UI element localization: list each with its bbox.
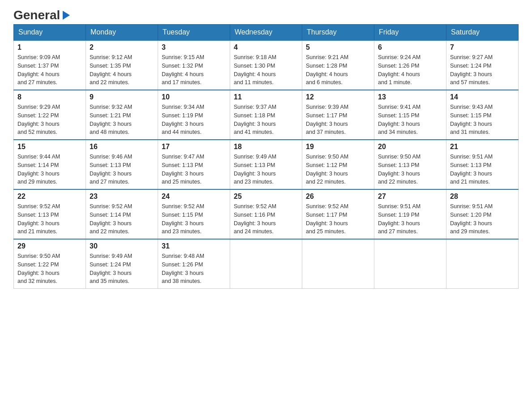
day-info: Sunrise: 9:49 AMSunset: 1:24 PMDaylight:… xyxy=(90,252,154,286)
calendar-day-19: 19Sunrise: 9:50 AMSunset: 1:12 PMDayligh… xyxy=(302,140,374,189)
calendar-day-30: 30Sunrise: 9:49 AMSunset: 1:24 PMDayligh… xyxy=(86,239,158,289)
calendar-day-24: 24Sunrise: 9:52 AMSunset: 1:15 PMDayligh… xyxy=(158,189,230,239)
day-info: Sunrise: 9:52 AMSunset: 1:15 PMDaylight:… xyxy=(162,202,226,236)
day-number: 5 xyxy=(306,43,370,51)
day-number: 31 xyxy=(162,242,226,250)
calendar-week-5: 29Sunrise: 9:50 AMSunset: 1:22 PMDayligh… xyxy=(14,239,519,289)
day-number: 19 xyxy=(306,143,370,151)
day-number: 20 xyxy=(378,143,442,151)
day-info: Sunrise: 9:51 AMSunset: 1:20 PMDaylight:… xyxy=(450,202,515,236)
calendar-week-4: 22Sunrise: 9:52 AMSunset: 1:13 PMDayligh… xyxy=(14,189,519,239)
day-info: Sunrise: 9:09 AMSunset: 1:37 PMDaylight:… xyxy=(17,53,82,87)
day-info: Sunrise: 9:47 AMSunset: 1:13 PMDaylight:… xyxy=(162,153,226,186)
calendar-week-2: 8Sunrise: 9:29 AMSunset: 1:22 PMDaylight… xyxy=(14,90,519,140)
day-info: Sunrise: 9:29 AMSunset: 1:22 PMDaylight:… xyxy=(17,103,82,137)
calendar-day-21: 21Sunrise: 9:51 AMSunset: 1:13 PMDayligh… xyxy=(446,140,519,189)
calendar-week-3: 15Sunrise: 9:44 AMSunset: 1:14 PMDayligh… xyxy=(14,140,519,189)
logo-text-general: General xyxy=(13,9,60,21)
day-number: 12 xyxy=(306,93,370,101)
day-number: 25 xyxy=(234,193,298,201)
day-number: 4 xyxy=(234,43,298,51)
calendar-day-3: 3Sunrise: 9:15 AMSunset: 1:32 PMDaylight… xyxy=(158,40,230,90)
day-number: 22 xyxy=(17,193,82,201)
day-info: Sunrise: 9:37 AMSunset: 1:18 PMDaylight:… xyxy=(234,103,298,137)
svg-marker-0 xyxy=(63,11,70,20)
calendar-day-2: 2Sunrise: 9:12 AMSunset: 1:35 PMDaylight… xyxy=(86,40,158,90)
empty-cell xyxy=(374,239,446,289)
calendar-day-15: 15Sunrise: 9:44 AMSunset: 1:14 PMDayligh… xyxy=(14,140,86,189)
day-number: 6 xyxy=(378,43,442,51)
day-info: Sunrise: 9:46 AMSunset: 1:13 PMDaylight:… xyxy=(90,153,154,186)
empty-cell xyxy=(230,239,302,289)
calendar-day-16: 16Sunrise: 9:46 AMSunset: 1:13 PMDayligh… xyxy=(86,140,158,189)
day-info: Sunrise: 9:24 AMSunset: 1:26 PMDaylight:… xyxy=(378,53,442,87)
day-number: 27 xyxy=(378,193,442,201)
calendar-day-31: 31Sunrise: 9:48 AMSunset: 1:26 PMDayligh… xyxy=(158,239,230,289)
day-info: Sunrise: 9:48 AMSunset: 1:26 PMDaylight:… xyxy=(162,252,226,286)
weekday-header-thursday: Thursday xyxy=(302,25,374,41)
page-container: General SundayMondayTuesdayWednesdayThur… xyxy=(13,9,519,289)
calendar-day-12: 12Sunrise: 9:39 AMSunset: 1:17 PMDayligh… xyxy=(302,90,374,140)
day-number: 30 xyxy=(90,242,154,250)
day-info: Sunrise: 9:34 AMSunset: 1:19 PMDaylight:… xyxy=(162,103,226,137)
day-number: 3 xyxy=(162,43,226,51)
calendar-table: SundayMondayTuesdayWednesdayThursdayFrid… xyxy=(13,24,519,289)
logo-arrow-icon xyxy=(60,9,73,21)
empty-cell xyxy=(302,239,374,289)
calendar-day-4: 4Sunrise: 9:18 AMSunset: 1:30 PMDaylight… xyxy=(230,40,302,90)
day-number: 18 xyxy=(234,143,298,151)
calendar-day-18: 18Sunrise: 9:49 AMSunset: 1:13 PMDayligh… xyxy=(230,140,302,189)
day-number: 17 xyxy=(162,143,226,151)
day-info: Sunrise: 9:50 AMSunset: 1:22 PMDaylight:… xyxy=(17,252,82,286)
day-info: Sunrise: 9:43 AMSunset: 1:15 PMDaylight:… xyxy=(450,103,515,137)
day-info: Sunrise: 9:32 AMSunset: 1:21 PMDaylight:… xyxy=(90,103,154,137)
day-number: 11 xyxy=(234,93,298,101)
calendar-day-20: 20Sunrise: 9:50 AMSunset: 1:13 PMDayligh… xyxy=(374,140,446,189)
day-info: Sunrise: 9:41 AMSunset: 1:15 PMDaylight:… xyxy=(378,103,442,137)
day-number: 21 xyxy=(450,143,515,151)
day-number: 9 xyxy=(90,93,154,101)
day-number: 7 xyxy=(450,43,515,51)
day-number: 2 xyxy=(90,43,154,51)
day-info: Sunrise: 9:52 AMSunset: 1:17 PMDaylight:… xyxy=(306,202,370,236)
day-number: 8 xyxy=(17,93,82,101)
calendar-day-6: 6Sunrise: 9:24 AMSunset: 1:26 PMDaylight… xyxy=(374,40,446,90)
day-number: 14 xyxy=(450,93,515,101)
calendar-day-10: 10Sunrise: 9:34 AMSunset: 1:19 PMDayligh… xyxy=(158,90,230,140)
calendar-day-14: 14Sunrise: 9:43 AMSunset: 1:15 PMDayligh… xyxy=(446,90,519,140)
day-info: Sunrise: 9:50 AMSunset: 1:13 PMDaylight:… xyxy=(378,153,442,186)
day-info: Sunrise: 9:18 AMSunset: 1:30 PMDaylight:… xyxy=(234,53,298,87)
weekday-header-saturday: Saturday xyxy=(446,25,519,41)
weekday-header-monday: Monday xyxy=(86,25,158,41)
day-number: 13 xyxy=(378,93,442,101)
weekday-header-row: SundayMondayTuesdayWednesdayThursdayFrid… xyxy=(14,25,519,41)
day-info: Sunrise: 9:52 AMSunset: 1:13 PMDaylight:… xyxy=(17,202,82,236)
header: General xyxy=(13,9,519,20)
day-number: 10 xyxy=(162,93,226,101)
day-number: 15 xyxy=(17,143,82,151)
calendar-week-1: 1Sunrise: 9:09 AMSunset: 1:37 PMDaylight… xyxy=(14,40,519,90)
day-info: Sunrise: 9:50 AMSunset: 1:12 PMDaylight:… xyxy=(306,153,370,186)
day-info: Sunrise: 9:12 AMSunset: 1:35 PMDaylight:… xyxy=(90,53,154,87)
day-number: 16 xyxy=(90,143,154,151)
calendar-day-13: 13Sunrise: 9:41 AMSunset: 1:15 PMDayligh… xyxy=(374,90,446,140)
calendar-day-26: 26Sunrise: 9:52 AMSunset: 1:17 PMDayligh… xyxy=(302,189,374,239)
calendar-day-27: 27Sunrise: 9:51 AMSunset: 1:19 PMDayligh… xyxy=(374,189,446,239)
day-number: 26 xyxy=(306,193,370,201)
day-info: Sunrise: 9:15 AMSunset: 1:32 PMDaylight:… xyxy=(162,53,226,87)
calendar-day-25: 25Sunrise: 9:52 AMSunset: 1:16 PMDayligh… xyxy=(230,189,302,239)
calendar-day-29: 29Sunrise: 9:50 AMSunset: 1:22 PMDayligh… xyxy=(14,239,86,289)
weekday-header-wednesday: Wednesday xyxy=(230,25,302,41)
day-info: Sunrise: 9:21 AMSunset: 1:28 PMDaylight:… xyxy=(306,53,370,87)
day-info: Sunrise: 9:52 AMSunset: 1:14 PMDaylight:… xyxy=(90,202,154,236)
weekday-header-tuesday: Tuesday xyxy=(158,25,230,41)
day-info: Sunrise: 9:49 AMSunset: 1:13 PMDaylight:… xyxy=(234,153,298,186)
calendar-day-7: 7Sunrise: 9:27 AMSunset: 1:24 PMDaylight… xyxy=(446,40,519,90)
day-number: 23 xyxy=(90,193,154,201)
day-number: 29 xyxy=(17,242,82,250)
day-info: Sunrise: 9:52 AMSunset: 1:16 PMDaylight:… xyxy=(234,202,298,236)
day-number: 1 xyxy=(17,43,82,51)
calendar-day-1: 1Sunrise: 9:09 AMSunset: 1:37 PMDaylight… xyxy=(14,40,86,90)
weekday-header-friday: Friday xyxy=(374,25,446,41)
day-info: Sunrise: 9:27 AMSunset: 1:24 PMDaylight:… xyxy=(450,53,515,87)
